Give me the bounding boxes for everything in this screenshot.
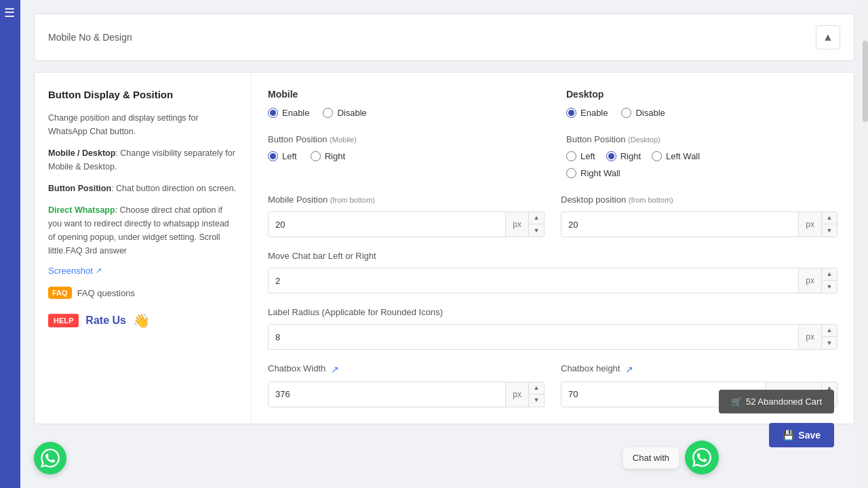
mobile-label: Mobile	[268, 89, 539, 100]
chatbox-width-label-text: Chatbox Width	[268, 363, 326, 373]
desktop-left-wall-option[interactable]: Left Wall	[652, 151, 700, 161]
move-chat-down[interactable]: ▼	[822, 281, 837, 293]
desktop-disable-option[interactable]: Disable	[621, 108, 665, 118]
mobile-disable-option[interactable]: Disable	[323, 108, 366, 118]
label-radius-input[interactable]	[269, 325, 798, 349]
collapse-button[interactable]: ▲	[816, 25, 840, 49]
abandoned-cart-button[interactable]: 🛒 52 Abandoned Cart	[719, 390, 834, 413]
desktop-pos-up[interactable]: ▲	[822, 212, 837, 224]
left-panel: Button Display & Position Change positio…	[35, 73, 252, 424]
desktop-left-wall-radio[interactable]	[652, 151, 662, 161]
rate-us-link[interactable]: Rate Us	[85, 314, 126, 327]
move-chat-spinner[interactable]: ▲ ▼	[821, 268, 837, 293]
hamburger-menu[interactable]: ☰	[0, 0, 20, 26]
label-radius-up[interactable]: ▲	[822, 325, 837, 337]
desktop-row2: Right Wall	[566, 168, 837, 178]
mobile-desktop-label: Mobile / Desktop	[48, 148, 115, 158]
mobile-enable-radio[interactable]	[268, 108, 278, 118]
desktop-position-sublabel: (Desktop)	[628, 136, 660, 144]
desktop-disable-label: Disable	[635, 108, 665, 118]
desktop-right-wall-radio[interactable]	[566, 168, 576, 178]
mobile-right-option[interactable]: Right	[311, 151, 345, 161]
label-radius-down[interactable]: ▼	[822, 337, 837, 349]
desktop-pos-sublabel: (from bottom)	[629, 196, 673, 204]
move-chat-input[interactable]	[269, 268, 798, 293]
move-chat-up[interactable]: ▲	[822, 268, 837, 281]
desktop-right-wall-label: Right Wall	[580, 168, 620, 178]
desktop-right-option[interactable]: Right	[606, 151, 641, 161]
help-button[interactable]: HELP	[48, 314, 79, 327]
chatbox-width-input[interactable]	[269, 382, 505, 407]
right-panel: Mobile Enable Disable Desktop	[252, 73, 854, 424]
desktop-left-label: Left	[580, 151, 595, 161]
desktop-enable-radio[interactable]	[566, 108, 576, 118]
mobile-pos-spinner[interactable]: ▲ ▼	[528, 212, 544, 237]
mobile-desktop-desc: Mobile / Desktop: Change visibility sepa…	[48, 146, 237, 174]
desktop-right-radio[interactable]	[606, 151, 616, 161]
label-radius-input-group: px ▲ ▼	[268, 324, 837, 350]
chatbox-width-link-icon[interactable]: ↗	[331, 364, 339, 375]
external-link-icon: ↗	[96, 266, 102, 275]
abandoned-cart-label: 52 Abandoned Cart	[746, 396, 822, 407]
chat-with-bubble[interactable]: Chat with	[623, 447, 679, 469]
mobile-pos-input-group: px ▲ ▼	[268, 211, 545, 237]
desktop-pos-input[interactable]	[561, 212, 798, 237]
desktop-pos-down[interactable]: ▼	[822, 224, 837, 237]
green-whatsapp-button[interactable]	[34, 442, 66, 474]
direct-whatsapp-desc: Direct Whatsapp: Choose direct chat opti…	[48, 203, 237, 258]
desktop-enable-option[interactable]: Enable	[566, 108, 608, 118]
save-button[interactable]: 💾 Save	[769, 423, 834, 447]
whatsapp-icon[interactable]	[685, 441, 719, 474]
mobile-right-label: Right	[325, 151, 345, 161]
mobile-disable-label: Disable	[337, 108, 366, 118]
desktop-enable-label: Enable	[580, 108, 608, 118]
mobile-position-label: Button Position	[268, 134, 327, 144]
desktop-left-option[interactable]: Left	[566, 151, 595, 161]
desktop-right-label: Right	[620, 151, 641, 161]
chatbox-width-spinner[interactable]: ▲ ▼	[528, 382, 544, 407]
chatbox-width-up[interactable]: ▲	[529, 382, 544, 394]
direct-whatsapp-label: Direct Whatsapp	[48, 205, 115, 215]
mobile-enable-col: Mobile Enable Disable	[268, 89, 539, 118]
faq-questions-link[interactable]: FAQ questions	[77, 288, 135, 298]
screenshot-link[interactable]: Screenshot ↗	[48, 266, 237, 276]
mobile-radio-group: Enable Disable	[268, 108, 539, 118]
mobile-pos-label-text: Mobile Position	[268, 195, 328, 205]
content-area: Button Display & Position Change positio…	[34, 72, 854, 424]
main-content: Mobile No & Design ▲ Button Display & Po…	[20, 0, 868, 488]
chatbox-width-down[interactable]: ▼	[529, 394, 544, 407]
scrollbar-thumb[interactable]	[863, 41, 868, 122]
page-header: Mobile No & Design ▲	[34, 14, 854, 61]
button-position-label: Button Position	[48, 184, 111, 193]
mobile-pos-input[interactable]	[269, 212, 505, 237]
chatbox-height-label: Chatbox height ↗	[561, 363, 837, 375]
desktop-left-radio[interactable]	[566, 151, 576, 161]
label-radius-suffix: px	[798, 325, 821, 349]
page-header-title: Mobile No & Design	[48, 32, 132, 43]
mobile-left-radio[interactable]	[268, 151, 278, 161]
desktop-pos-input-group: px ▲ ▼	[561, 211, 837, 237]
mobile-disable-radio[interactable]	[323, 108, 333, 118]
button-position-desc-text: : Chat button direction on screen.	[111, 184, 236, 193]
faq-row: FAQ FAQ questions	[48, 287, 237, 299]
label-radius-field: Label Radius (Applicable for Rounded Ico…	[268, 307, 837, 350]
desktop-position-col: Button Position (Desktop) Left Right	[566, 134, 837, 178]
label-radius-spinner[interactable]: ▲ ▼	[821, 325, 837, 349]
mobile-position-field-label: Button Position (Mobile)	[268, 134, 539, 144]
desktop-pos-spinner[interactable]: ▲ ▼	[821, 212, 837, 237]
mobile-pos-down[interactable]: ▼	[529, 224, 544, 237]
desktop-disable-radio[interactable]	[621, 108, 631, 118]
mobile-pos-up[interactable]: ▲	[529, 212, 544, 224]
mobile-right-radio[interactable]	[311, 151, 321, 161]
chatbox-width-suffix: px	[505, 382, 528, 407]
chatbox-width-label: Chatbox Width ↗	[268, 363, 545, 375]
cart-icon: 🛒	[731, 396, 742, 407]
desktop-right-wall-option[interactable]: Right Wall	[566, 168, 837, 178]
scrollbar-track[interactable]	[863, 0, 868, 488]
mobile-enable-option[interactable]: Enable	[268, 108, 309, 118]
desktop-pos-label-text: Desktop position	[561, 195, 626, 205]
chatbox-width-col: Chatbox Width ↗ px ▲ ▼	[268, 363, 545, 407]
mobile-left-option[interactable]: Left	[268, 151, 297, 161]
chatbox-height-link-icon[interactable]: ↗	[625, 364, 633, 375]
mobile-direction-group: Left Right	[268, 151, 539, 161]
